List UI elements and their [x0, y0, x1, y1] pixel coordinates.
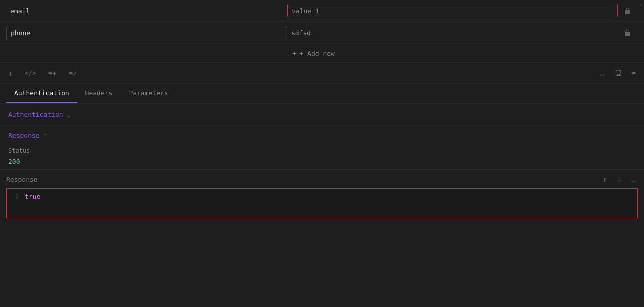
response-body-label: Response	[6, 176, 38, 183]
check-list-icon[interactable]: ≡✓	[67, 67, 79, 79]
save-icon[interactable]: 🖫	[613, 67, 624, 79]
tabs-row: Authentication Headers Parameters	[0, 84, 644, 104]
authentication-label: Authentication	[8, 111, 63, 118]
add-new-label: + Add new	[299, 50, 334, 57]
email-field-row: email value 1 🗑	[0, 0, 644, 22]
copy-icon[interactable]: ◡	[598, 67, 606, 79]
main-container: ↗ email value 1 🗑 sdfsd 🗑 + + Add new ↕ …	[0, 0, 644, 307]
phone-field-row: sdfsd 🗑	[0, 22, 644, 44]
toolbar-right: ◡ 🖫 ≡	[598, 67, 638, 79]
response-body-area: Response ⇵ ⇩ ◡ 1 true	[0, 170, 644, 307]
status-code: 200	[8, 158, 636, 165]
authentication-toggle[interactable]: Authentication ⌄	[8, 111, 71, 118]
code-icon[interactable]: </>	[22, 67, 38, 79]
phone-delete-button[interactable]: 🗑	[618, 26, 638, 40]
phone-input[interactable]	[6, 27, 287, 39]
phone-value[interactable]: sdfsd	[287, 27, 618, 39]
toolbar-left: ↕ </> ≡+ ≡✓	[6, 67, 598, 79]
authentication-section: Authentication ⌄	[0, 104, 644, 126]
response-section: Response ⌃ Status 200	[0, 126, 644, 170]
code-value: true	[25, 193, 40, 200]
download-icon[interactable]: ⇩	[615, 173, 623, 185]
drag-handle: ↗	[639, 2, 642, 8]
plus-icon: +	[292, 49, 296, 57]
response-code-area: 1 true	[6, 188, 638, 218]
email-label: email	[6, 7, 287, 15]
response-body-icons: ⇵ ⇩ ◡	[601, 173, 638, 185]
response-toggle[interactable]: Response ⌃	[8, 132, 47, 139]
status-section: Status 200	[0, 145, 644, 169]
expand-icon[interactable]: ⇵	[601, 173, 609, 185]
add-new-row: + + Add new	[0, 44, 644, 63]
toolbar-row: ↕ </> ≡+ ≡✓ ◡ 🖫 ≡	[0, 63, 644, 84]
add-header-icon[interactable]: ≡+	[46, 67, 59, 79]
response-header[interactable]: Response ⌃	[0, 126, 644, 145]
response-body-header: Response ⇵ ⇩ ◡	[0, 170, 644, 188]
code-container: 1 true	[0, 188, 644, 307]
add-new-button[interactable]: + + Add new	[292, 49, 335, 57]
sort-icon[interactable]: ↕	[6, 67, 14, 79]
tab-headers[interactable]: Headers	[77, 84, 121, 103]
tab-parameters[interactable]: Parameters	[120, 84, 176, 103]
menu-icon[interactable]: ≡	[630, 67, 638, 79]
response-chevron: ⌃	[44, 132, 47, 139]
email-value[interactable]: value 1	[287, 5, 618, 17]
line-number: 1	[11, 193, 19, 200]
email-delete-button[interactable]: 🗑	[618, 4, 638, 18]
tab-authentication[interactable]: Authentication	[6, 84, 77, 103]
copy-response-icon[interactable]: ◡	[630, 173, 638, 185]
response-label-text: Response	[8, 132, 40, 139]
status-label: Status	[8, 147, 636, 155]
authentication-chevron: ⌄	[67, 111, 71, 118]
